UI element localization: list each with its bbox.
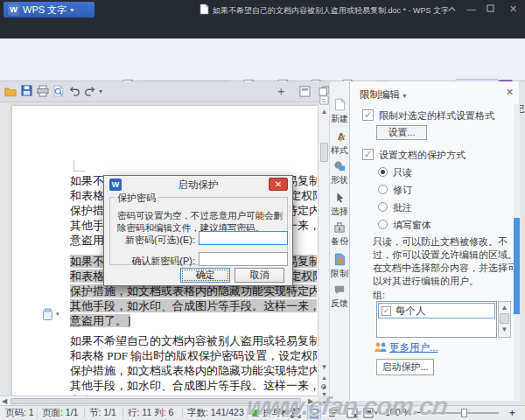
status-separator bbox=[122, 408, 123, 418]
sidebar-item-new[interactable]: 新建 bbox=[330, 98, 349, 125]
wps-writer-window: W WPS 文字 ▾ 如果不希望自己的文档内容被别人盗用或轻易复制.doc * … bbox=[0, 0, 525, 420]
panel-scrollbar-thumb[interactable] bbox=[514, 218, 520, 314]
qat-more-icon[interactable]: ▾ bbox=[99, 88, 102, 95]
more-users-link[interactable]: 更多用户... bbox=[389, 341, 438, 354]
settings-button[interactable]: 设置... bbox=[376, 125, 427, 140]
zoom-slider-thumb[interactable] bbox=[461, 409, 467, 417]
new-password-label: 新密码(可选)(E): bbox=[108, 234, 195, 247]
panel-close-icon[interactable]: ✕ bbox=[506, 87, 514, 98]
everyone-checkbox[interactable]: ✓ bbox=[382, 306, 391, 316]
status-separator bbox=[182, 408, 183, 418]
vertical-scrollbar[interactable]: ▲ ▼ ▲▲ ▼▼ bbox=[318, 102, 329, 396]
save-icon[interactable] bbox=[21, 85, 32, 96]
scrollbar-thumb[interactable] bbox=[500, 313, 509, 324]
status-page-number: 页码: 1 bbox=[5, 407, 34, 419]
protect-mode-checkbox[interactable]: ✓ bbox=[362, 149, 374, 160]
scroll-up-icon[interactable]: ▲ bbox=[318, 108, 330, 116]
ok-button[interactable]: 确定 bbox=[180, 268, 230, 283]
scroll-down-icon[interactable]: ▼ bbox=[318, 363, 330, 372]
restrict-editing-panel: 限制编辑 ▾ ✕ ✓ 限制对选定的样式设置格式 设置... ✓ 设置文档的保护方… bbox=[349, 81, 519, 401]
panel-scrollbar[interactable] bbox=[514, 104, 520, 400]
styles-icon: A bbox=[333, 130, 346, 143]
open-icon[interactable] bbox=[4, 86, 17, 97]
print-preview-icon[interactable] bbox=[53, 85, 64, 97]
status-page-count: 页面: 1/1 bbox=[42, 407, 78, 419]
doc-line: 其他手段，如水印、合成图片等手段。这样一来， bbox=[70, 378, 317, 393]
window-title: 如果不希望自己的文档内容被别人盗用或轻易复制.doc * - WPS 文字 bbox=[213, 5, 449, 17]
doc-line: 如果不希望自己的文档内容被别人盗用或轻易复制 bbox=[70, 333, 317, 348]
menu-bar: 开始 插入 页面布局 引用 审阅 视图 章节 开发工具 特色功能 未登录 ◉ D… bbox=[0, 19, 525, 38]
ruler-toggle-icon[interactable] bbox=[319, 95, 329, 105]
radio-fill-forms[interactable] bbox=[378, 220, 388, 229]
dialog-close-button[interactable]: ✕ bbox=[269, 178, 288, 191]
dialog-title: 启动保护 bbox=[104, 176, 292, 193]
sidebar-item-backup[interactable]: 备份 bbox=[330, 221, 349, 248]
new-doc-icon bbox=[334, 98, 346, 111]
shapes-icon bbox=[333, 160, 346, 172]
print-icon[interactable] bbox=[37, 85, 49, 97]
radio-track-label: 修订 bbox=[393, 184, 412, 197]
redo-icon[interactable] bbox=[84, 86, 96, 96]
paste-options-icon[interactable] bbox=[42, 308, 55, 321]
text-boundary-mark bbox=[74, 160, 85, 172]
doc-line-selected: 其他手段，如水印、合成图片等手段。这样一来， bbox=[70, 298, 317, 313]
select-cursor-icon bbox=[334, 192, 346, 204]
sidebar-item-shapes[interactable]: 形状 bbox=[330, 160, 349, 186]
watermark-text: www.cfan.com.cn bbox=[245, 392, 448, 420]
format-restrict-label: 限制对选定的样式设置格式 bbox=[379, 109, 517, 122]
close-button[interactable]: ✕ bbox=[506, 3, 521, 16]
protect-mode-label: 设置文档的保护方式 bbox=[379, 149, 517, 162]
radio-readonly[interactable] bbox=[378, 167, 388, 177]
radio-forms-label: 填写窗体 bbox=[393, 219, 431, 232]
format-restrict-checkbox[interactable]: ✓ bbox=[362, 109, 374, 121]
app-menu-button[interactable]: W WPS 文字 ▾ bbox=[4, 2, 94, 18]
cancel-button[interactable]: 取消 bbox=[234, 268, 284, 283]
ribbon: ◀ 删除 ▾ 上一条 下一条 修订 ▾ 显示标记的最终状态 ▾ 显示 ▾ 接受 … bbox=[0, 38, 525, 81]
doc-line: 和表格 PDF 输出时的版权保护密码设置，设定权限 bbox=[70, 348, 317, 363]
radio-readonly-label: 只读 bbox=[393, 166, 412, 179]
readonly-description: 只读，可以防止文档被修改。不过，你可以设置允许编辑的区域。 bbox=[373, 235, 518, 262]
restrict-small-icon bbox=[334, 253, 346, 266]
chevron-down-icon: ▾ bbox=[70, 6, 74, 14]
new-tab-icon[interactable]: ＋ bbox=[275, 84, 287, 100]
everyone-row[interactable]: ✓ 每个人 bbox=[378, 303, 495, 318]
sidebar-item-feedback[interactable]: 反馈 bbox=[330, 284, 349, 310]
selection-description: 在文档中选择部分内容，并选择可以对其进行编辑的用户。 bbox=[373, 262, 518, 288]
status-word-count[interactable]: 字数: 141/423 bbox=[187, 407, 244, 419]
app-name: WPS 文字 bbox=[23, 4, 66, 17]
start-protection-button[interactable]: 启动保护... bbox=[376, 359, 434, 375]
radio-track-changes[interactable] bbox=[378, 185, 388, 194]
collapse-ribbon-icon[interactable] bbox=[444, 3, 459, 16]
dialog-wps-icon: W bbox=[109, 178, 122, 191]
scrollbar-thumb[interactable] bbox=[320, 143, 328, 162]
chevron-down-icon[interactable]: ▾ bbox=[56, 311, 60, 318]
scroll-up-icon[interactable]: ▲ bbox=[499, 302, 510, 313]
groupbox-legend: 保护密码 bbox=[115, 192, 158, 205]
select-browse-object-icon[interactable] bbox=[321, 384, 326, 389]
status-separator bbox=[84, 408, 85, 418]
status-separator bbox=[37, 408, 38, 418]
listbox-scrollbar[interactable]: ▲ ▼ bbox=[498, 301, 511, 338]
doc-line: 保护措施，如文档或表格内的隐藏功能实现特定内 bbox=[70, 363, 317, 378]
maximize-button[interactable] bbox=[483, 3, 498, 16]
feedback-icon bbox=[333, 284, 346, 296]
sidebar-item-restrict[interactable]: 限制 bbox=[330, 253, 349, 280]
password-hint: 密码可设置为空，不过恶意用户可能会删除密码和编辑文件，建议填写密码。 bbox=[117, 209, 289, 234]
panel-title[interactable]: 限制编辑 ▾ bbox=[360, 88, 406, 102]
wps-logo-icon: W bbox=[8, 4, 19, 16]
start-protection-dialog: 启动保护 W ✕ 保护密码 密码可设置为空，不过恶意用户可能会删除密码和编辑文件… bbox=[103, 175, 293, 286]
sidebar-item-select[interactable]: 选择 bbox=[330, 192, 349, 218]
confirm-password-input[interactable] bbox=[199, 252, 288, 266]
document-tabbar: ▾ D Doc...线模板 ✕ W 如果不希...oc * ✕ ＋ bbox=[0, 81, 349, 102]
radio-comments[interactable] bbox=[378, 202, 388, 212]
users-listbox[interactable]: ✓ 每个人 bbox=[376, 301, 497, 338]
sidebar-item-styles[interactable]: A 样式 bbox=[330, 130, 349, 157]
tab-list-icon[interactable] bbox=[299, 86, 311, 97]
undo-icon[interactable] bbox=[68, 86, 80, 96]
status-line-column: 行: 11 列: 6 bbox=[128, 407, 173, 419]
scroll-down-icon[interactable]: ▼ bbox=[499, 324, 510, 335]
chevron-down-icon: ▾ bbox=[402, 92, 406, 100]
minimize-button[interactable]: — bbox=[464, 3, 479, 16]
new-password-input[interactable] bbox=[199, 231, 288, 245]
zoom-in-icon[interactable]: ＋ bbox=[508, 407, 517, 419]
